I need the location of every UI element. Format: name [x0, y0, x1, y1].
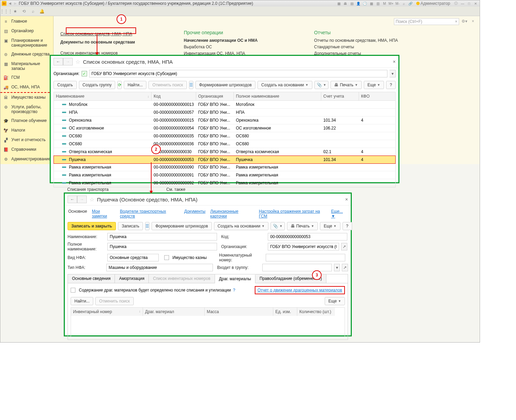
org-input[interactable]: [89, 70, 387, 77]
sidebar-item-dict[interactable]: 📕Справочники: [0, 145, 53, 155]
table-row[interactable]: Мотоблок00-000000000000013ГОБУ ВПО Уни..…: [54, 101, 395, 109]
col2-mass[interactable]: Масса: [205, 308, 273, 316]
print-button[interactable]: 🖶 Печать▼: [331, 81, 361, 89]
kazna-checkbox[interactable]: [164, 255, 169, 260]
find-button[interactable]: Найти...: [124, 81, 146, 89]
sidebar-item-services[interactable]: ⚙Услуги, работы, производство: [0, 102, 53, 116]
inp-vid[interactable]: [107, 254, 159, 261]
inp-group[interactable]: [262, 264, 332, 271]
create-based2-button[interactable]: Создать на основании▼: [214, 222, 268, 230]
help2-button[interactable]: ?: [343, 222, 352, 230]
list-view2-button[interactable]: ☰: [145, 222, 149, 230]
list-view-button[interactable]: ☰: [189, 81, 193, 89]
attach2-button[interactable]: 📎▼: [271, 222, 285, 230]
more2-button[interactable]: Еще▼: [320, 222, 340, 230]
clear-icon[interactable]: ×: [455, 19, 457, 24]
search2-icon[interactable]: ⌕: [30, 8, 36, 14]
barcode-button[interactable]: Формирование штрихкодов: [195, 81, 255, 89]
subtab-drag[interactable]: Драг. материалы: [215, 275, 255, 283]
panel2-close-icon[interactable]: ×: [345, 197, 348, 202]
col-acct[interactable]: Счет учета: [321, 92, 359, 100]
col2-qty[interactable]: Количество (шт.): [297, 308, 335, 316]
col-code[interactable]: Код: [152, 92, 196, 100]
sidebar-item-money[interactable]: ⊜Денежные средства: [0, 50, 53, 59]
create-group-button[interactable]: Создать группу: [79, 81, 116, 89]
panel-close-icon[interactable]: ×: [472, 19, 474, 24]
apps-icon[interactable]: ⋮⋮⋮: [3, 8, 9, 14]
tab-more[interactable]: Еще... ▼: [331, 209, 347, 219]
find2-button[interactable]: Найти...: [71, 297, 93, 305]
grid-icon[interactable]: ▦: [369, 1, 374, 6]
col2-item-1[interactable]: Выработка ОС: [184, 45, 287, 49]
fav-icon[interactable]: ☆: [75, 59, 80, 65]
table-row[interactable]: Рамка измерительная00-000000000000092ГОБ…: [54, 179, 395, 187]
sidebar-item-materials[interactable]: ▦Материальные запасы: [0, 59, 53, 73]
bell-icon[interactable]: 🔔: [39, 8, 45, 14]
cancel-search-button[interactable]: Отменить поиск: [148, 81, 187, 89]
col-org[interactable]: Организация: [196, 92, 234, 100]
inp-name[interactable]: [107, 233, 217, 240]
help-button[interactable]: ?: [386, 81, 396, 89]
tool-icon[interactable]: ▥: [375, 1, 381, 6]
report-link[interactable]: Отчет о движении драгоценных материалов: [257, 288, 342, 293]
org-open-icon[interactable]: ↗: [341, 243, 347, 250]
inp-type[interactable]: [106, 264, 213, 271]
tab-license[interactable]: Лицензионные карточки: [210, 209, 254, 219]
sidebar-item-planning[interactable]: ▣Планирование и санкционирование: [0, 36, 53, 50]
table-row[interactable]: Рамка измерительная00-000000000000091ГОБ…: [54, 171, 395, 179]
save-button[interactable]: Записать: [118, 222, 143, 230]
tab-notes[interactable]: Мои заметки: [92, 209, 115, 219]
group-open-icon[interactable]: ↗: [342, 264, 348, 271]
cancel2-button[interactable]: Отменить поиск: [95, 297, 133, 305]
table-row[interactable]: Рамка измерительная00-000000000000090ГОБ…: [54, 163, 395, 171]
clock-icon[interactable]: 🕒: [362, 1, 368, 6]
nav-fwd2-button[interactable]: →: [77, 196, 87, 203]
search-input[interactable]: Поиск (Ctrl+F)×: [394, 18, 459, 25]
more-button[interactable]: Еще▼: [364, 81, 384, 89]
table-row[interactable]: ОС изготовленное00-000000000000054ГОБУ В…: [54, 124, 395, 132]
save-close-button[interactable]: Записать и закрыть: [68, 222, 116, 230]
subtab-amort[interactable]: Амортизация: [115, 274, 149, 283]
table-row[interactable]: Пушечка00-000000000000053ГОБУ ВПО Уни...…: [53, 156, 396, 164]
col-kfo[interactable]: КФО: [359, 92, 386, 100]
m-plus-icon[interactable]: M+: [388, 1, 394, 6]
col-name[interactable]: Наименование↓: [54, 92, 152, 100]
col3-item-0[interactable]: Отчеты по основным средствам, НМА, НПА: [314, 38, 410, 43]
m-minus2-icon[interactable]: M-: [395, 1, 400, 6]
sidebar-item-edu[interactable]: 🎓Платное обучение: [0, 116, 53, 126]
m-minus-icon[interactable]: M: [382, 1, 387, 6]
refresh-button[interactable]: ⟳: [117, 81, 122, 89]
fav2-icon[interactable]: ☆: [89, 196, 94, 203]
table-row[interactable]: ОС68000-000000000000036ГОБУ ВПО Уни...ОС…: [54, 140, 395, 148]
settings-icon[interactable]: ⚙▾: [461, 19, 467, 24]
calc-icon[interactable]: ▦: [336, 1, 341, 6]
search-icon[interactable]: ⌕: [401, 1, 407, 6]
nav-back-button[interactable]: ←: [53, 58, 63, 65]
col3-item-1[interactable]: Стандартные отчеты: [314, 45, 410, 49]
link-icon[interactable]: 🔗: [408, 1, 413, 6]
sidebar-item-main[interactable]: ≡Главное: [0, 17, 53, 26]
table-row[interactable]: Орехоколка00-000000000000015ГОБУ ВПО Уни…: [54, 116, 395, 124]
minimize-icon[interactable]: —: [460, 1, 465, 6]
org-dropdown-icon[interactable]: ▾: [389, 70, 396, 77]
doc-icon[interactable]: ▤: [349, 1, 355, 6]
sidebar-item-admin[interactable]: ⚙Администрирование: [0, 155, 53, 164]
print-icon[interactable]: 🖶: [343, 1, 348, 6]
nav-back-icon[interactable]: ◄: [8, 1, 12, 6]
table-row[interactable]: НПА00-000000000000057ГОБУ ВПО Уни...НПА: [54, 109, 395, 116]
star-icon[interactable]: ★: [12, 8, 18, 14]
more3-button[interactable]: Еще▼: [325, 297, 345, 305]
col2-mat[interactable]: Драг. материал: [143, 308, 205, 316]
sidebar-item-reports[interactable]: ▞Учет и отчетность: [0, 135, 53, 145]
sidebar-item-kazna[interactable]: 🏛Имущество казны: [0, 93, 53, 102]
tab-docs[interactable]: Документы: [184, 209, 205, 219]
attach-button[interactable]: 📎▼: [314, 81, 329, 89]
org-checkbox[interactable]: ✓: [82, 71, 87, 76]
col-full[interactable]: Полное наименование: [234, 92, 321, 100]
info-icon[interactable]: ⓘ: [453, 1, 459, 6]
nav-back2-button[interactable]: ←: [68, 196, 77, 203]
sidebar-item-organizer[interactable]: ▤Органайзер: [0, 26, 53, 36]
sidebar-item-os[interactable]: 🚚ОС, НМА, НПА: [0, 83, 53, 93]
nav-fwd-button[interactable]: →: [63, 58, 73, 65]
tab-gsm[interactable]: Настройка отражения затрат на ГСМ: [259, 209, 326, 219]
